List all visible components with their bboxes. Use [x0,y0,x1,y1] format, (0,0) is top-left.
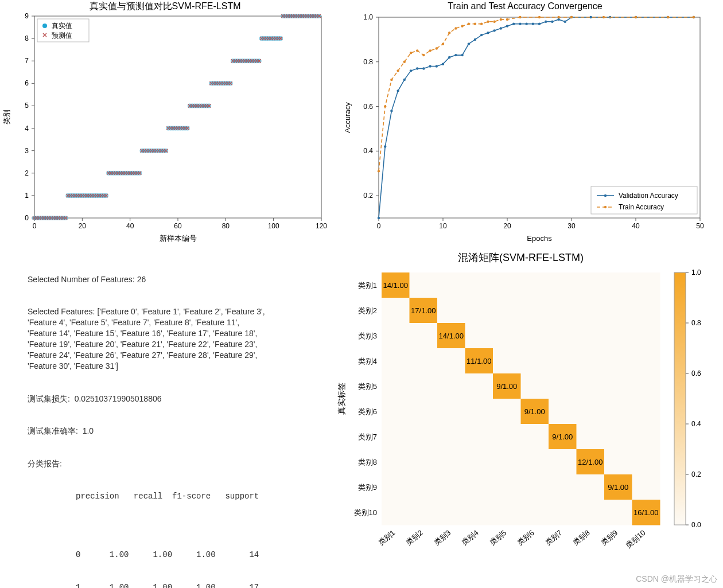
svg-rect-320 [493,399,521,425]
svg-rect-340 [437,449,465,475]
svg-rect-301 [549,348,577,374]
svg-point-188 [378,217,380,219]
num-features: Selected Number of Features: 26 [28,274,337,285]
svg-text:9: 9 [25,12,29,20]
svg-text:类别5: 类别5 [358,382,377,391]
svg-rect-328 [410,424,438,450]
svg-point-241 [487,21,489,23]
svg-point-193 [410,69,412,72]
svg-text:9/1.00: 9/1.00 [496,382,517,391]
svg-rect-339 [410,449,438,475]
svg-rect-277 [493,298,521,324]
svg-point-210 [519,22,521,25]
svg-text:14/1.00: 14/1.00 [439,332,464,340]
svg-point-227 [397,69,399,72]
svg-rect-360 [382,500,410,525]
svg-rect-318 [437,399,465,425]
svg-text:类别2: 类别2 [405,528,425,547]
svg-point-224 [378,170,380,172]
svg-rect-355 [549,474,577,500]
svg-text:真实值与预测值对比SVM-RFE-LSTM: 真实值与预测值对比SVM-RFE-LSTM [90,1,241,11]
svg-text:9/1.00: 9/1.00 [552,433,573,441]
svg-rect-299 [493,348,521,374]
svg-text:类别7: 类别7 [543,528,563,547]
svg-rect-267 [521,272,549,298]
svg-text:8: 8 [25,34,29,42]
svg-rect-265 [465,272,493,298]
svg-text:9/1.00: 9/1.00 [608,483,628,492]
svg-text:16/1.00: 16/1.00 [633,508,658,517]
confusion-matrix: 混淆矩阵(SVM-RFE-LSTM)14/1.0017/1.0014/1.001… [333,250,723,571]
convergence-chart: Train and Test Accuracy Convergence01020… [339,0,712,247]
svg-text:Train Accuracy: Train Accuracy [619,203,664,211]
svg-point-234 [442,42,444,45]
svg-rect-354 [521,474,549,500]
svg-text:类别10: 类别10 [624,528,647,550]
svg-point-248 [570,16,573,18]
svg-text:4: 4 [25,124,29,133]
svg-rect-347 [604,449,632,475]
svg-text:1.0: 1.0 [363,13,373,21]
svg-point-198 [442,63,444,65]
svg-rect-276 [465,298,493,324]
svg-text:Epochs: Epochs [527,234,552,243]
svg-point-159 [42,24,47,28]
svg-point-245 [519,16,521,18]
svg-text:14/1.00: 14/1.00 [383,281,408,290]
svg-rect-302 [577,348,605,374]
svg-rect-295 [410,348,438,374]
svg-point-209 [512,22,515,25]
svg-rect-335 [577,424,605,450]
svg-text:10: 10 [439,222,447,230]
svg-point-190 [390,110,392,112]
svg-rect-288 [493,323,521,349]
svg-rect-275 [437,298,465,324]
svg-point-208 [506,25,508,27]
svg-point-226 [390,79,392,81]
svg-text:9/1.00: 9/1.00 [524,407,545,416]
svg-rect-356 [577,474,605,500]
svg-text:11/1.00: 11/1.00 [467,357,491,365]
svg-text:类别9: 类别9 [358,483,377,492]
svg-rect-327 [382,424,410,450]
svg-text:2: 2 [25,169,29,177]
svg-point-229 [410,52,412,54]
svg-text:1.0: 1.0 [691,268,701,277]
svg-point-239 [474,22,476,25]
test-loss: 测试集损失: 0.025103719905018806 [28,394,337,404]
cls-header: 分类报告: [28,458,337,469]
svg-rect-338 [382,449,410,475]
svg-text:类别4: 类别4 [358,357,377,365]
svg-rect-281 [604,298,632,324]
svg-rect-316 [382,399,410,425]
svg-rect-351 [437,474,465,500]
svg-point-251 [667,16,669,18]
svg-point-211 [525,22,527,25]
table-row: 0 1.00 1.00 1.00 14 [28,550,337,560]
svg-text:0.2: 0.2 [691,470,701,478]
svg-point-196 [429,65,431,67]
svg-text:类别8: 类别8 [572,528,592,547]
svg-point-240 [480,22,483,25]
svg-text:0.8: 0.8 [691,319,701,327]
svg-text:120: 120 [316,222,327,230]
svg-rect-319 [465,399,493,425]
svg-rect-367 [577,500,605,525]
svg-point-243 [500,18,502,21]
svg-text:0.8: 0.8 [363,58,373,66]
svg-text:12/1.00: 12/1.00 [578,458,602,466]
svg-text:类别9: 类别9 [599,528,619,547]
svg-point-217 [564,21,566,23]
svg-text:0: 0 [377,222,381,230]
svg-text:类别2: 类别2 [358,306,377,315]
svg-text:类别10: 类别10 [354,508,377,517]
svg-rect-343 [521,449,549,475]
svg-rect-292 [604,323,632,349]
selected-features: Selected Features: ['Feature 0', 'Featur… [28,306,337,371]
svg-rect-290 [549,323,577,349]
svg-rect-263 [410,272,438,298]
svg-rect-283 [382,323,410,349]
svg-text:0.6: 0.6 [363,103,373,111]
svg-text:40: 40 [632,222,640,230]
svg-point-201 [461,54,463,56]
